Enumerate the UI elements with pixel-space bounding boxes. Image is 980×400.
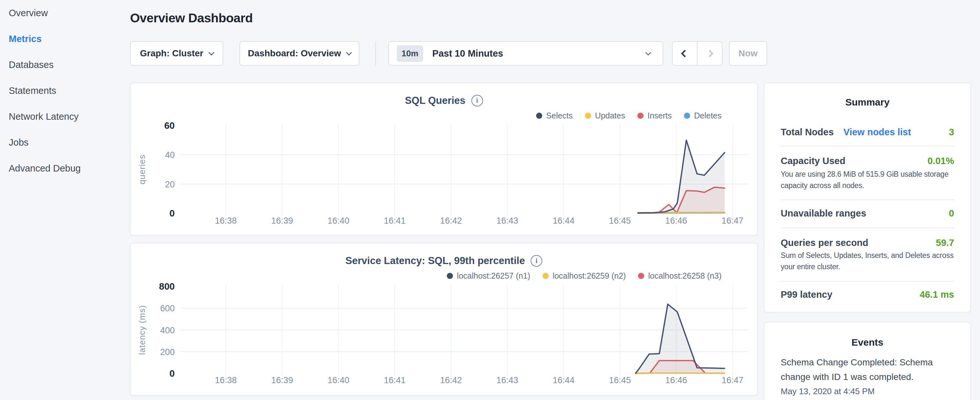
- legend-dot: [585, 113, 591, 119]
- svg-text:800: 800: [159, 281, 175, 292]
- graph-scope-dropdown[interactable]: Graph: Cluster: [130, 41, 223, 66]
- now-button[interactable]: Now: [729, 41, 767, 66]
- svg-text:16:39: 16:39: [271, 216, 293, 226]
- sidebar-item-jobs[interactable]: Jobs: [0, 129, 129, 155]
- legend-label: Inserts: [648, 111, 672, 120]
- svg-text:queries: queries: [137, 155, 147, 184]
- legend-dot: [536, 113, 542, 119]
- time-nav-group: [672, 41, 722, 66]
- p99-latency-value: 46.1 ms: [920, 289, 954, 300]
- events-title: Events: [765, 337, 970, 348]
- divider: [781, 146, 954, 146]
- capacity-used-value: 0.01%: [928, 156, 954, 166]
- legend-label: Deletes: [694, 111, 721, 120]
- chart-legend: Selects Updates Inserts Deletes: [536, 111, 721, 120]
- unavailable-ranges-value: 0: [949, 208, 954, 219]
- legend-label: Selects: [546, 111, 573, 120]
- summary-title: Summary: [765, 97, 970, 108]
- service-latency-chart[interactable]: 16:3816:3916:4016:4116:4216:4316:4416:45…: [131, 279, 758, 390]
- svg-text:16:39: 16:39: [271, 375, 293, 385]
- legend-dot: [638, 273, 644, 279]
- svg-text:16:47: 16:47: [721, 375, 743, 385]
- unavailable-ranges-label: Unavailable ranges: [781, 208, 866, 219]
- event-item[interactable]: Schema Change Completed: Schema change w…: [781, 355, 936, 384]
- summary-row-total-nodes: Total Nodes View nodes list 3: [781, 126, 954, 139]
- sidebar-item-overview[interactable]: Overview: [0, 0, 129, 26]
- qps-description: Sum of Selects, Updates, Inserts, and De…: [781, 250, 961, 273]
- sidebar-item-databases[interactable]: Databases: [0, 52, 129, 78]
- svg-text:0: 0: [170, 368, 175, 379]
- capacity-description: You are using 28.6 MiB of 515.9 GiB usab…: [781, 169, 961, 191]
- dashboard-label: Dashboard: Overview: [248, 48, 341, 59]
- controls-divider: [375, 41, 376, 66]
- chart-header: Service Latency: SQL, 99th percentile: [131, 255, 757, 267]
- qps-label: Queries per second: [781, 237, 869, 248]
- total-nodes-value: 3: [949, 127, 954, 137]
- dashboard-dropdown[interactable]: Dashboard: Overview: [239, 41, 360, 66]
- chart-title: SQL Queries: [405, 95, 465, 107]
- svg-text:16:45: 16:45: [609, 216, 631, 226]
- sidebar: Overview Metrics Databases Statements Ne…: [0, 0, 129, 400]
- svg-text:16:38: 16:38: [215, 375, 237, 385]
- legend-dot: [637, 113, 644, 119]
- summary-row-capacity: Capacity Used 0.01%: [781, 155, 954, 167]
- info-icon[interactable]: [531, 255, 542, 267]
- svg-text:16:38: 16:38: [215, 216, 237, 226]
- svg-text:600: 600: [160, 304, 175, 313]
- graph-scope-label: Graph: Cluster: [140, 48, 203, 59]
- svg-text:400: 400: [160, 325, 175, 335]
- total-nodes-label: Total Nodes: [781, 127, 834, 137]
- page-title: Overview Dashboard: [130, 10, 253, 27]
- legend-item-selects: Selects: [536, 111, 573, 120]
- svg-text:16:40: 16:40: [328, 375, 349, 385]
- chevron-down-icon: [346, 49, 352, 55]
- chevron-down-icon: [208, 49, 214, 55]
- main-content: Overview Dashboard Graph: Cluster Dashbo…: [130, 0, 758, 400]
- summary-row-qps: Queries per second 59.7: [781, 236, 954, 249]
- svg-text:16:41: 16:41: [384, 375, 406, 385]
- svg-text:0: 0: [170, 208, 175, 218]
- legend-item-inserts: Inserts: [637, 111, 672, 120]
- chart-title: Service Latency: SQL, 99th percentile: [345, 255, 525, 267]
- chevron-down-icon: [645, 49, 651, 55]
- info-icon[interactable]: [471, 95, 483, 107]
- svg-text:16:44: 16:44: [553, 216, 574, 226]
- divider: [781, 281, 954, 282]
- sidebar-item-network-latency[interactable]: Network Latency: [0, 104, 129, 129]
- time-range-badge: 10m: [397, 45, 423, 62]
- event-timestamp: May 13, 2020 at 4:45 PM: [781, 386, 875, 397]
- p99-latency-label: P99 latency: [781, 289, 832, 300]
- time-range-picker[interactable]: 10m Past 10 Minutes: [388, 41, 663, 66]
- summary-row-p99: P99 latency 46.1 ms: [781, 288, 954, 301]
- db-console-page: Overview Metrics Databases Statements Ne…: [0, 0, 980, 400]
- sidebar-item-advanced-debug[interactable]: Advanced Debug: [0, 155, 129, 181]
- time-forward-button[interactable]: [698, 42, 722, 65]
- sidebar-item-statements[interactable]: Statements: [0, 78, 129, 104]
- svg-text:16:42: 16:42: [440, 375, 462, 385]
- legend-dot: [542, 273, 549, 279]
- svg-text:60: 60: [164, 120, 175, 131]
- view-nodes-list-link[interactable]: View nodes list: [843, 127, 911, 137]
- svg-text:16:47: 16:47: [721, 216, 743, 226]
- svg-text:latency (ms): latency (ms): [137, 305, 147, 355]
- legend-item-updates: Updates: [585, 111, 625, 120]
- svg-text:16:43: 16:43: [496, 375, 518, 385]
- time-back-button[interactable]: [673, 42, 698, 65]
- chart-header: SQL Queries: [131, 95, 757, 107]
- svg-text:20: 20: [165, 180, 175, 189]
- svg-text:16:43: 16:43: [496, 216, 518, 226]
- qps-value: 59.7: [936, 237, 954, 248]
- service-latency-chart-card: Service Latency: SQL, 99th percentile lo…: [130, 243, 758, 396]
- controls-bar: Graph: Cluster Dashboard: Overview 10m P…: [130, 41, 758, 66]
- legend-dot: [447, 273, 453, 279]
- svg-text:16:45: 16:45: [609, 375, 631, 385]
- time-range-label: Past 10 Minutes: [432, 48, 503, 59]
- divider: [781, 228, 954, 228]
- legend-dot: [684, 113, 690, 119]
- svg-text:16:46: 16:46: [665, 216, 687, 226]
- svg-text:16:44: 16:44: [553, 375, 574, 385]
- sidebar-item-metrics[interactable]: Metrics: [0, 26, 129, 52]
- sql-queries-chart[interactable]: 16:3816:3916:4016:4116:4216:4316:4416:45…: [131, 120, 758, 232]
- events-panel: Events Schema Change Completed: Schema c…: [764, 322, 971, 400]
- svg-text:40: 40: [165, 150, 175, 160]
